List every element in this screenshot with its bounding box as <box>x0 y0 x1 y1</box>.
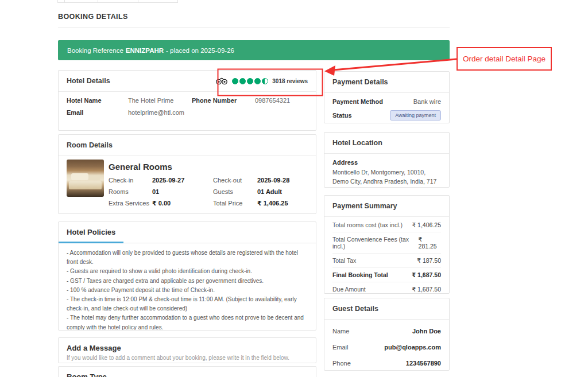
banner-suffix: - placed on 2025-09-26 <box>166 47 234 54</box>
room-type-name: General Rooms <box>109 162 308 172</box>
banner-prefix: Booking Reference <box>67 47 123 54</box>
email-value: hotelprime@htl.com <box>128 109 192 116</box>
tab-divider <box>177 0 178 3</box>
email-label: Email <box>67 109 128 116</box>
room-details-body: General Rooms Check-in 2025-09-27 Check-… <box>59 156 316 213</box>
tab-divider <box>64 0 65 3</box>
hotel-details-title: Hotel Details <box>67 77 110 85</box>
final-total-label: Final Booking Total <box>332 271 388 278</box>
hotel-policies-card: Hotel Policies - Accommodation will only… <box>58 221 316 331</box>
guest-details-card: Guest Details Name John Doe Email pub@ql… <box>324 298 450 371</box>
convenience-fees-label: Total Convenience Fees (tax incl.) <box>332 236 419 250</box>
hotel-details-card: Hotel Details <box>58 70 316 131</box>
guest-name-label: Name <box>332 328 349 335</box>
extra-services-label: Extra Services <box>109 200 152 207</box>
rating-dot <box>239 78 246 84</box>
total-price-value: ₹ 1,406.25 <box>257 200 308 207</box>
final-total-value: ₹ 1,687.50 <box>412 271 441 278</box>
status-label: Status <box>332 112 352 119</box>
rooms-cost-value: ₹ 1,406.25 <box>412 221 441 228</box>
checkout-value: 2025-09-28 <box>257 177 308 184</box>
hotel-policies-list: - Accommodation will only be provided to… <box>59 243 316 331</box>
total-price-label: Total Price <box>213 200 257 207</box>
reviews-count: 3018 reviews <box>272 78 308 84</box>
hotel-location-card: Hotel Location Address Monticello Dr, Mo… <box>324 132 450 188</box>
checkin-label: Check-in <box>109 177 152 184</box>
policy-item: - Guests are required to show a valid ph… <box>67 267 308 276</box>
room-details-title: Room Details <box>67 141 113 149</box>
summary-row: Total Tax ₹ 187.50 <box>332 254 441 268</box>
guest-name-value: John Doe <box>412 328 441 335</box>
rating-dot <box>247 78 253 84</box>
room-details-header: Room Details <box>59 135 316 156</box>
payment-method-value: Bank wire <box>413 98 441 105</box>
phone-number-value: 0987654321 <box>255 97 308 104</box>
payment-details-title: Payment Details <box>332 78 388 86</box>
payment-summary-card: Payment Summary Total rooms cost (tax in… <box>324 195 450 294</box>
left-column: Hotel Details <box>58 70 316 377</box>
cropped-tabs-strip[interactable] <box>57 0 178 3</box>
hotel-location-title: Hotel Location <box>332 139 382 147</box>
rooms-cost-label: Total rooms cost (tax incl.) <box>332 221 403 228</box>
payment-details-header: Payment Details <box>324 72 449 93</box>
checkout-label: Check-out <box>213 177 257 184</box>
add-message-card: Add a Message If you would like to add a… <box>58 337 316 363</box>
extra-services-value: ₹ 0.00 <box>152 200 213 207</box>
room-type-card: Room Type <box>58 366 316 377</box>
guests-value: 01 Adult <box>257 188 308 195</box>
hotel-details-body: Hotel Name The Hotel Prime Phone Number … <box>59 92 316 121</box>
guest-details-title: Guest Details <box>332 305 378 313</box>
booking-details-page: BOOKING DETAILS Booking Reference ENNIZP… <box>0 0 588 377</box>
due-amount-label: Due Amount <box>332 286 366 293</box>
booking-reference-banner: Booking Reference ENNIZPAHR - placed on … <box>58 40 450 60</box>
payment-summary-header: Payment Summary <box>324 196 449 217</box>
tab-divider <box>98 0 98 3</box>
room-details-card: Room Details General Rooms Check-in 2025… <box>58 134 316 214</box>
tab-divider <box>57 0 58 3</box>
tripadvisor-reviews-link[interactable]: 3018 reviews <box>215 77 308 85</box>
address-value: Monticello Dr, Montgomery, 10010, Demo C… <box>332 168 441 188</box>
total-tax-value: ₹ 187.50 <box>417 257 441 264</box>
summary-row: Due Amount ₹ 1,687.50 <box>332 282 441 294</box>
tab-hotel-policies[interactable]: Hotel Policies <box>59 222 123 243</box>
room-thumbnail <box>67 160 104 197</box>
guest-phone-label: Phone <box>332 360 351 367</box>
summary-row: Total rooms cost (tax incl.) ₹ 1,406.25 <box>332 218 441 232</box>
policy-item: - The hotel may deny further accommodati… <box>67 313 308 331</box>
policy-item: - 100 % advance Payment deposit at the t… <box>67 286 308 295</box>
due-amount-value: ₹ 1,687.50 <box>412 286 441 293</box>
annotation-arrow-line <box>333 59 457 70</box>
guest-row: Email pub@qloapps.com <box>332 339 441 355</box>
payment-details-card: Payment Details Payment Method Bank wire… <box>324 71 450 123</box>
guest-email-value: pub@qloapps.com <box>384 344 441 351</box>
rating-dots <box>232 78 268 84</box>
checkin-value: 2025-09-27 <box>152 177 213 184</box>
guest-row: Phone 1234567890 <box>332 355 441 371</box>
tab-divider <box>138 0 138 3</box>
guest-phone-value: 1234567890 <box>406 360 441 367</box>
policy-item: - The check-in time is 12:00 PM & check-… <box>67 295 308 313</box>
payment-method-label: Payment Method <box>332 98 383 105</box>
address-label: Address <box>332 159 441 166</box>
hotel-location-header: Hotel Location <box>324 133 449 154</box>
summary-row-total: Final Booking Total ₹ 1,687.50 <box>332 268 441 282</box>
summary-row: Total Convenience Fees (tax incl.) ₹ 281… <box>332 232 441 254</box>
hotel-name-label: Hotel Name <box>67 97 128 104</box>
convenience-fees-value: ₹ 281.25 <box>419 236 441 250</box>
payment-summary-title: Payment Summary <box>332 202 397 210</box>
total-tax-label: Total Tax <box>332 257 356 264</box>
hotel-name-value: The Hotel Prime <box>128 97 192 104</box>
title-divider <box>58 27 450 28</box>
hotel-details-header: Hotel Details <box>59 71 316 92</box>
annotation-label-box: Order detail Detail Page <box>457 47 552 71</box>
right-column: Payment Details Payment Method Bank wire… <box>324 71 450 377</box>
status-badge: Awaiting payment <box>390 110 441 121</box>
guest-details-header: Guest Details <box>324 298 449 320</box>
rating-dot <box>232 78 238 84</box>
booking-reference: ENNIZPAHR <box>126 47 164 54</box>
guests-label: Guests <box>213 188 257 195</box>
add-message-subtitle: If you would like to add a comment about… <box>67 355 308 361</box>
rating-dot <box>254 78 261 84</box>
policy-item: - Accommodation will only be provided to… <box>67 248 308 267</box>
rooms-label: Rooms <box>109 188 152 195</box>
